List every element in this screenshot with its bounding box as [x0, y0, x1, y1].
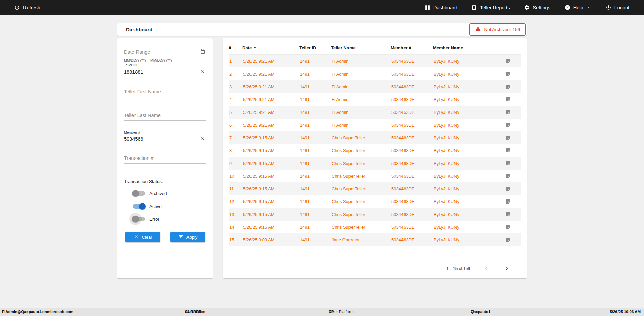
row-member-number: 5034463DE: [391, 123, 433, 128]
note-icon[interactable]: [505, 173, 521, 179]
page-header: Dashboard Not Archived: 156: [117, 23, 527, 36]
nav-help[interactable]: Help: [565, 5, 592, 10]
table-row[interactable]: 12 5/26/25 9:15 AM 1491 Chris SuperTelle…: [229, 195, 521, 208]
clear-member-number-icon[interactable]: [199, 135, 206, 142]
row-date: 5/26/25 9:09 AM: [242, 237, 299, 242]
table-row[interactable]: 8 5/26/25 9:15 AM 1491 Chris SuperTeller…: [229, 144, 521, 157]
row-teller-name: Chris SuperTeller: [331, 225, 391, 230]
note-icon[interactable]: [505, 186, 521, 191]
teller-first-name-field: [124, 87, 206, 97]
clear-button[interactable]: Clear: [125, 232, 160, 242]
row-number: 14: [229, 225, 242, 230]
note-icon[interactable]: [505, 224, 521, 230]
nav-help-label: Help: [573, 5, 583, 10]
active-switch[interactable]: [133, 204, 145, 209]
row-date: 5/26/25 9:21 AM: [242, 123, 299, 128]
row-number: 10: [229, 174, 242, 179]
teller-last-name-input[interactable]: [124, 110, 206, 121]
table-row[interactable]: 13 5/26/25 9:15 AM 1491 Chris SuperTelle…: [229, 208, 521, 221]
clear-teller-id-icon[interactable]: [199, 68, 206, 75]
next-page-icon[interactable]: [502, 264, 512, 273]
row-member-name: ByLyJI KUNy: [433, 135, 505, 140]
row-member-name: ByLyJI KUNy: [433, 161, 505, 166]
row-member-number: 5034463DE: [391, 161, 433, 166]
date-range-input[interactable]: [124, 47, 206, 57]
row-date: 5/26/25 9:15 AM: [242, 225, 299, 230]
nav-logout-label: Logout: [614, 5, 629, 10]
error-switch[interactable]: [133, 217, 145, 221]
row-teller-id: 1491: [299, 110, 331, 115]
table-row[interactable]: 11 5/26/25 9:15 AM 1491 Chris SuperTelle…: [229, 182, 521, 195]
table-row[interactable]: 2 5/26/25 9:21 AM 1491 Fi Admin 5034463D…: [229, 67, 521, 80]
calendar-icon[interactable]: [199, 48, 206, 55]
row-teller-id: 1491: [299, 148, 331, 153]
toggle-error[interactable]: Error: [133, 215, 206, 223]
prev-page-icon[interactable]: [481, 264, 491, 273]
row-number: 13: [229, 212, 242, 217]
teller-id-field: Teller ID: [124, 63, 206, 77]
note-icon[interactable]: [505, 161, 521, 166]
nav-teller-reports[interactable]: Teller Reports: [471, 5, 510, 10]
table-row[interactable]: 6 5/26/25 9:21 AM 1491 Fi Admin 5034463D…: [229, 119, 521, 131]
note-icon[interactable]: [505, 97, 521, 102]
row-member-number: 5034463DE: [391, 225, 433, 230]
row-member-number: 5034463DE: [391, 237, 433, 242]
row-member-name: ByLyJI KUNy: [433, 237, 505, 242]
apply-button[interactable]: Apply: [170, 232, 205, 242]
note-icon[interactable]: [505, 109, 521, 115]
table-row[interactable]: 10 5/26/25 9:15 AM 1491 Chris SuperTelle…: [229, 170, 521, 182]
row-teller-name: Fi Admin: [331, 110, 391, 115]
row-member-number: 5034463DE: [391, 199, 433, 204]
refresh-button[interactable]: Refresh: [14, 5, 40, 11]
row-teller-name: Chris SuperTeller: [331, 199, 391, 204]
not-archived-badge[interactable]: Not Archived: 156: [469, 23, 526, 36]
row-date: 5/26/25 9:15 AM: [242, 174, 299, 179]
col-date[interactable]: Date: [242, 45, 299, 51]
row-number: 5: [229, 110, 242, 115]
teller-first-name-input[interactable]: [124, 87, 206, 97]
row-teller-id: 1491: [299, 199, 331, 204]
table-row[interactable]: 1 5/26/25 9:21 AM 1491 Fi Admin 5034463D…: [229, 55, 521, 67]
col-teller-name: Teller Name: [331, 45, 391, 50]
row-member-name: ByLyJI KUNy: [433, 212, 505, 217]
fi-label: FI:: [471, 308, 475, 316]
archived-switch[interactable]: [133, 191, 145, 196]
nav-settings[interactable]: Settings: [524, 5, 550, 10]
note-icon[interactable]: [505, 199, 521, 204]
note-icon[interactable]: [505, 212, 521, 217]
note-icon[interactable]: [505, 71, 521, 77]
member-number-input[interactable]: [124, 134, 206, 144]
table-row[interactable]: 15 5/26/25 9:09 AM 1491 Jane Operator 50…: [229, 233, 521, 246]
table-row[interactable]: 7 5/26/25 9:15 AM 1491 Chris SuperTeller…: [229, 131, 521, 144]
toggle-active[interactable]: Active: [133, 202, 206, 210]
table-row[interactable]: 3 5/26/25 9:21 AM 1491 Fi Admin 5034463D…: [229, 80, 521, 93]
row-teller-id: 1491: [299, 72, 331, 77]
row-teller-name: Chris SuperTeller: [331, 186, 391, 191]
toggle-archived[interactable]: Archived: [133, 189, 206, 197]
note-icon[interactable]: [505, 84, 521, 89]
page-title: Dashboard: [126, 27, 152, 32]
transaction-status-label: Transaction Status:: [124, 179, 206, 184]
row-member-name: ByLyJI KUNy: [433, 59, 505, 64]
note-icon[interactable]: [505, 58, 521, 64]
row-teller-name: Chris SuperTeller: [331, 174, 391, 179]
table-row[interactable]: 5 5/26/25 9:21 AM 1491 Fi Admin 5034463D…: [229, 106, 521, 119]
row-teller-name: Chris SuperTeller: [331, 161, 391, 166]
row-teller-id: 1491: [299, 97, 331, 102]
table-row[interactable]: 14 5/26/25 9:15 AM 1491 Chris SuperTelle…: [229, 221, 521, 233]
note-icon[interactable]: [505, 122, 521, 128]
table-row[interactable]: 4 5/26/25 9:21 AM 1491 Fi Admin 5034463D…: [229, 93, 521, 106]
teller-last-name-field: [124, 110, 206, 121]
table-row[interactable]: 9 5/26/25 9:15 AM 1491 Chris SuperTeller…: [229, 157, 521, 170]
nav-logout[interactable]: Logout: [606, 5, 629, 10]
note-icon[interactable]: [505, 148, 521, 153]
nav-dashboard[interactable]: Dashboard: [425, 5, 457, 10]
row-member-number: 5034463DE: [391, 84, 433, 89]
transaction-number-input[interactable]: [124, 153, 206, 164]
note-icon[interactable]: [505, 237, 521, 242]
note-icon[interactable]: [505, 135, 521, 140]
teller-id-label: Teller ID: [124, 63, 206, 67]
toggle-archived-label: Archived: [149, 191, 167, 196]
teller-id-input[interactable]: [124, 67, 206, 77]
row-teller-id: 1491: [299, 135, 331, 140]
